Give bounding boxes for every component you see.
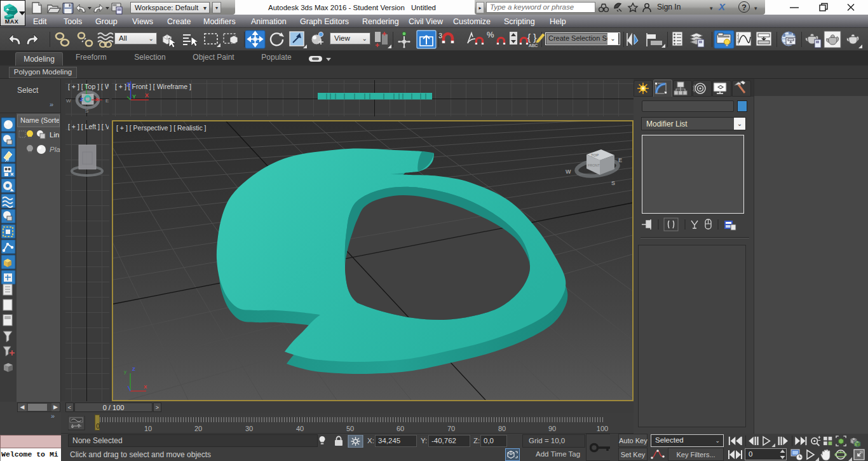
svg-text:ABC: ABC xyxy=(529,43,538,48)
svg-text:S: S xyxy=(611,180,615,186)
svg-text:Z: Z xyxy=(80,97,83,102)
svg-text:S: S xyxy=(85,108,88,114)
svg-text:{ }: { } xyxy=(527,32,536,43)
svg-text:E: E xyxy=(618,157,622,163)
svg-text:%: % xyxy=(487,30,494,39)
svg-text:E: E xyxy=(105,98,109,104)
svg-text:100: 100 xyxy=(597,425,608,432)
svg-text:10: 10 xyxy=(144,425,152,432)
svg-text:20: 20 xyxy=(194,425,202,432)
svg-text:90: 90 xyxy=(548,425,556,432)
svg-text:X: X xyxy=(145,92,149,99)
svg-text:X: X xyxy=(144,384,147,390)
svg-text:FRONT: FRONT xyxy=(588,163,600,167)
svg-text:Z: Z xyxy=(132,366,135,372)
svg-text:TOP: TOP xyxy=(591,153,599,157)
svg-text:60: 60 xyxy=(397,425,404,432)
svg-text:40: 40 xyxy=(296,425,304,432)
svg-text:X: X xyxy=(95,97,99,102)
svg-text:80: 80 xyxy=(498,425,506,432)
svg-text:y: y xyxy=(124,369,126,375)
svg-text:30: 30 xyxy=(245,425,253,432)
svg-text:W: W xyxy=(66,98,71,104)
svg-text:W: W xyxy=(566,169,571,175)
svg-text:50: 50 xyxy=(346,425,354,432)
svg-text:70: 70 xyxy=(447,425,455,432)
svg-text:3: 3 xyxy=(438,32,442,39)
svg-text:Y: Y xyxy=(132,93,136,100)
